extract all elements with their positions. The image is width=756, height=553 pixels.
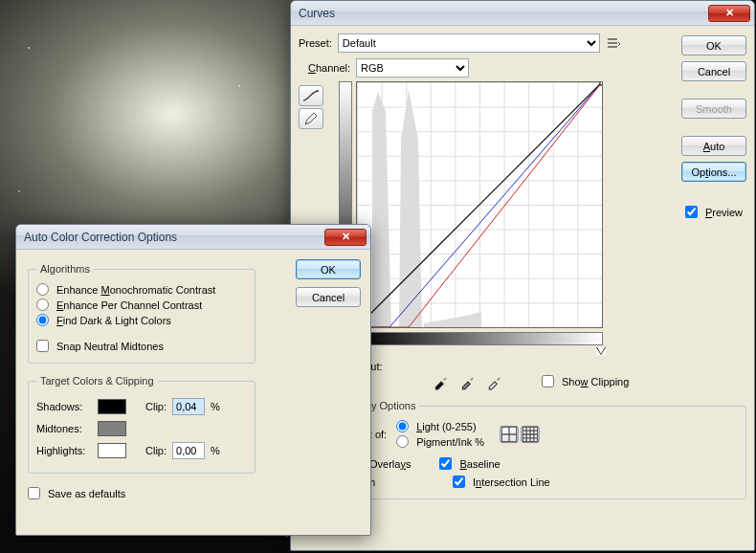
preset-menu-icon[interactable] <box>606 35 621 51</box>
white-eyedropper-icon[interactable] <box>486 373 503 390</box>
pencil-tool-icon[interactable] <box>299 108 323 129</box>
auto-cancel-button[interactable]: Cancel <box>296 287 361 307</box>
curves-titlebar[interactable]: Curves ✕ <box>291 1 754 26</box>
ok-button[interactable]: OK <box>681 35 746 55</box>
highlights-label: Highlights: <box>36 445 92 456</box>
algorithms-fieldset: Algorithms Enhance Monochromatic Contras… <box>28 263 256 364</box>
auto-title: Auto Color Correction Options <box>24 231 324 244</box>
auto-color-dialog: Auto Color Correction Options ✕ Algorith… <box>15 224 371 536</box>
clip-label-2: Clip: <box>145 445 167 456</box>
curve-grid[interactable] <box>356 81 603 328</box>
curve-tool-icon[interactable] <box>299 85 323 106</box>
pigment-radio[interactable]: Pigment/Ink % <box>396 435 484 448</box>
preset-label: Preset: <box>299 37 332 49</box>
find-dark-radio[interactable]: Find Dark & Light Colors <box>36 314 247 326</box>
highlights-clip-input[interactable] <box>172 442 205 459</box>
preset-select[interactable]: Default <box>338 33 600 53</box>
svg-line-1 <box>357 82 602 327</box>
auto-ok-button[interactable]: OK <box>296 259 361 279</box>
percent-label: % <box>211 401 220 412</box>
white-point-slider[interactable] <box>596 347 606 355</box>
light-radio[interactable]: Light (0-255) <box>396 420 484 432</box>
intersection-checkbox[interactable]: Intersection Line <box>453 476 550 488</box>
grid-simple-icon[interactable] <box>500 426 519 443</box>
preview-checkbox[interactable]: Preview <box>685 206 743 218</box>
midtones-label: Midtones: <box>36 423 92 434</box>
black-eyedropper-icon[interactable] <box>433 373 450 390</box>
close-button[interactable]: ✕ <box>708 5 750 22</box>
close-icon: ✕ <box>725 7 734 19</box>
percent-label-2: % <box>211 445 220 456</box>
auto-titlebar[interactable]: Auto Color Correction Options ✕ <box>16 225 370 250</box>
close-button[interactable]: ✕ <box>324 229 367 246</box>
target-legend: Target Colors & Clipping <box>36 375 158 387</box>
svg-rect-2 <box>600 82 602 85</box>
close-icon: ✕ <box>342 231 350 243</box>
auto-button[interactable]: Auto <box>681 136 746 156</box>
save-defaults-checkbox[interactable]: Save as defaults <box>28 487 359 499</box>
input-gradient <box>356 332 603 345</box>
target-fieldset: Target Colors & Clipping Shadows: Clip: … <box>28 375 256 474</box>
algorithms-legend: Algorithms <box>36 263 94 275</box>
channel-select[interactable]: RGB <box>356 58 469 77</box>
options-button[interactable]: Options... <box>681 162 746 182</box>
enhance-per-radio[interactable]: Enhance Per Channel Contrast <box>36 299 247 311</box>
channel-label: Channel: <box>308 62 350 74</box>
curves-title: Curves <box>299 7 708 20</box>
cancel-button[interactable]: Cancel <box>681 61 746 81</box>
shadows-clip-input[interactable] <box>172 398 205 415</box>
shadows-label: Shadows: <box>36 401 92 412</box>
grid-detailed-icon[interactable] <box>521 426 540 443</box>
enhance-mono-radio[interactable]: Enhance Monochromatic Contrast <box>36 283 247 296</box>
baseline-checkbox[interactable]: Baseline <box>439 457 500 470</box>
smooth-button[interactable]: Smooth <box>681 99 746 119</box>
snap-midtones-checkbox[interactable]: Snap Neutral Midtones <box>36 340 247 352</box>
midtones-swatch[interactable] <box>98 421 126 436</box>
curve-graph[interactable]: Input: <box>356 81 603 328</box>
clip-label: Clip: <box>145 401 167 412</box>
histogram-icon <box>357 82 602 327</box>
highlights-swatch[interactable] <box>98 443 126 458</box>
gray-eyedropper-icon[interactable] <box>459 373 477 390</box>
shadows-swatch[interactable] <box>98 399 126 414</box>
show-clipping-checkbox[interactable]: Show Clipping <box>542 375 629 387</box>
